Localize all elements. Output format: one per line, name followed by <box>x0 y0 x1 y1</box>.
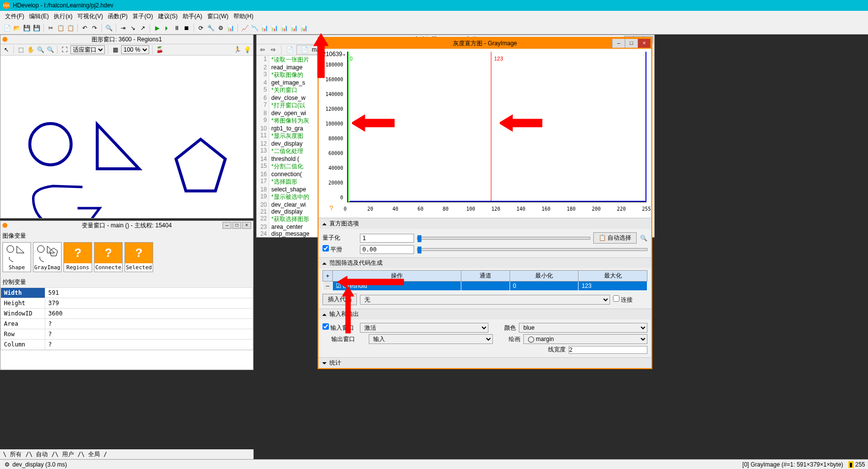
hist-min-icon[interactable]: – <box>612 39 625 48</box>
menu-op[interactable]: 算子(O) <box>130 11 155 22</box>
ctrl-row-windowid[interactable]: WindowID3600 <box>1 309 253 319</box>
chart6-icon[interactable]: 📊 <box>290 24 298 32</box>
menu-file[interactable]: 文件(F) <box>3 11 26 22</box>
undo-icon[interactable]: ↶ <box>81 24 89 32</box>
insert-select[interactable]: 无 <box>360 295 610 305</box>
smooth-slider[interactable] <box>417 248 647 251</box>
step-icon[interactable]: ⇥ <box>119 24 127 32</box>
var-titlebar[interactable]: 变量窗口 - main () - 主线程: 15404 – □ × <box>0 221 253 230</box>
hist-stats-hdr[interactable]: ⏷统计 <box>319 357 651 368</box>
hist-titlebar[interactable]: 灰度直方图 - GrayImage – □ × <box>319 38 651 49</box>
ctrl-row-width[interactable]: Width591 <box>1 288 253 298</box>
gfx-zoom-select[interactable]: 100 % <box>121 45 149 54</box>
menu-assist[interactable]: 助手(A) <box>181 11 204 22</box>
hist-max-icon[interactable]: □ <box>625 39 638 48</box>
imgvar-regions[interactable]: ? Regions <box>64 242 92 272</box>
hist-close-icon[interactable]: × <box>638 39 650 48</box>
gfx-grid-icon[interactable]: ▦ <box>111 46 119 54</box>
tabs-bottom[interactable]: \ 所有 /\ 自动 /\ 用户 /\ 全局 / <box>0 449 254 459</box>
ctrl-row-height[interactable]: Height379 <box>1 298 253 309</box>
tool3-icon[interactable]: 📊 <box>226 24 234 32</box>
hist-opts-hdr[interactable]: ⏶直方图选项 <box>319 218 651 229</box>
ctrl-row-row[interactable]: Row? <box>1 329 253 340</box>
hist-help-icon[interactable]: ? <box>329 204 333 212</box>
stepin-icon[interactable]: ↘ <box>129 24 137 32</box>
find-icon[interactable]: 🔍 <box>105 24 113 32</box>
quant-slider[interactable] <box>417 237 590 240</box>
cut-icon[interactable]: ✂ <box>47 24 55 32</box>
inwin-checkbox[interactable] <box>322 323 329 330</box>
gfx-zoom-icon[interactable]: 🔍 <box>36 46 44 54</box>
new-icon[interactable]: 📄 <box>3 24 11 32</box>
chart5-icon[interactable]: 📊 <box>280 24 288 32</box>
smooth-input[interactable] <box>360 245 414 254</box>
gfx-zoom2-icon[interactable]: 🔍 <box>46 46 54 54</box>
run2-icon[interactable]: ⏵ <box>163 24 171 32</box>
ctrl-row-area[interactable]: Area? <box>1 319 253 329</box>
menu-func[interactable]: 函数(P) <box>106 11 129 22</box>
auto-select-button[interactable]: 📋 自动选择 <box>593 232 637 244</box>
var-max-icon[interactable]: □ <box>232 222 241 229</box>
inwin-select[interactable]: 激活 <box>360 323 488 333</box>
quant-input[interactable] <box>360 234 414 243</box>
hist-range-hdr[interactable]: ⏶范围筛选及代码生成 <box>319 257 651 268</box>
pause-icon[interactable]: ⏸ <box>173 24 181 32</box>
imgvar-shape[interactable]: Shape <box>2 242 31 272</box>
connect-checkbox[interactable] <box>613 295 619 302</box>
gfx-select-icon[interactable]: ⬚ <box>17 46 25 54</box>
color-select[interactable]: blue <box>519 323 647 333</box>
tool2-icon[interactable]: ⚙ <box>217 24 225 32</box>
del-row-button[interactable]: – <box>323 281 333 291</box>
menu-edit[interactable]: 编辑(E) <box>27 11 51 22</box>
var-close-icon[interactable]: × <box>242 222 251 229</box>
imgvar-grayimag[interactable]: GrayImag <box>33 242 62 272</box>
chart2-icon[interactable]: 📉 <box>251 24 258 32</box>
gfx-fit-select[interactable]: 适应窗口 <box>70 45 105 54</box>
open-icon[interactable]: 📂 <box>13 24 21 32</box>
gfx-bulb-icon[interactable]: 💡 <box>243 46 251 54</box>
gfx-arrow-icon[interactable]: ↖ <box>2 46 10 54</box>
add-row-button[interactable]: + <box>323 271 333 281</box>
outwin-select[interactable]: 输入 <box>369 334 493 344</box>
smooth-checkbox[interactable] <box>322 245 329 251</box>
lw-input[interactable] <box>569 346 647 354</box>
menu-vis[interactable]: 可视化(V) <box>75 11 105 22</box>
gfx-canvas[interactable] <box>0 56 253 218</box>
saveall-icon[interactable]: 💾 <box>32 24 40 32</box>
redo-icon[interactable]: ↷ <box>91 24 98 32</box>
menu-exec[interactable]: 执行(x) <box>52 11 74 22</box>
hist-chart[interactable]: 210639→ 02000040000600008000010000012000… <box>320 50 650 217</box>
chart7-icon[interactable]: 📊 <box>300 24 308 32</box>
chart1-icon[interactable]: 📈 <box>241 24 249 32</box>
run-icon[interactable]: ▶ <box>153 24 161 32</box>
gfx-person-icon[interactable]: 🏃 <box>233 46 241 54</box>
hist-green-line[interactable] <box>348 52 349 202</box>
menu-help[interactable]: 帮助(H) <box>231 11 256 22</box>
paste-icon[interactable]: 📋 <box>66 24 74 32</box>
menu-window[interactable]: 窗口(W) <box>205 11 230 22</box>
menu-suggest[interactable]: 建议(S) <box>156 11 180 22</box>
imgvar-connecte[interactable]: ? Connecte <box>94 242 123 272</box>
copy-icon[interactable]: 📋 <box>57 24 64 32</box>
graphics-titlebar[interactable]: 图形窗口: 3600 - Regions1 <box>0 35 253 44</box>
chart4-icon[interactable]: 📊 <box>270 24 278 32</box>
ed-fwd-icon[interactable]: ⇨ <box>269 46 277 54</box>
stop-icon[interactable]: ⏹ <box>183 24 191 32</box>
stepout-icon[interactable]: ↗ <box>139 24 147 32</box>
ctrl-row-column[interactable]: Column? <box>1 340 253 350</box>
draw-select[interactable]: ◯ margin <box>523 334 647 344</box>
ed-back-icon[interactable]: ⇦ <box>258 46 266 54</box>
hist-io-hdr[interactable]: ⏶输入和输出 <box>319 309 651 319</box>
hist-red-line[interactable] <box>491 52 491 202</box>
gfx-fit-icon[interactable]: ⛶ <box>61 46 68 54</box>
histogram-icon[interactable]: 📊 <box>260 24 268 32</box>
ed-new-icon[interactable]: 📄 <box>286 46 293 54</box>
gfx-cherry-icon[interactable]: 🍒 <box>156 46 163 54</box>
refresh-icon[interactable]: 🔍 <box>640 234 647 242</box>
tool1-icon[interactable]: 🔧 <box>207 24 215 32</box>
reset-icon[interactable]: ⟳ <box>197 24 205 32</box>
save-icon[interactable]: 💾 <box>23 24 31 32</box>
var-min-icon[interactable]: – <box>223 222 231 229</box>
gfx-pan-icon[interactable]: ✋ <box>27 46 34 54</box>
imgvar-selected[interactable]: ? Selected <box>125 242 153 272</box>
